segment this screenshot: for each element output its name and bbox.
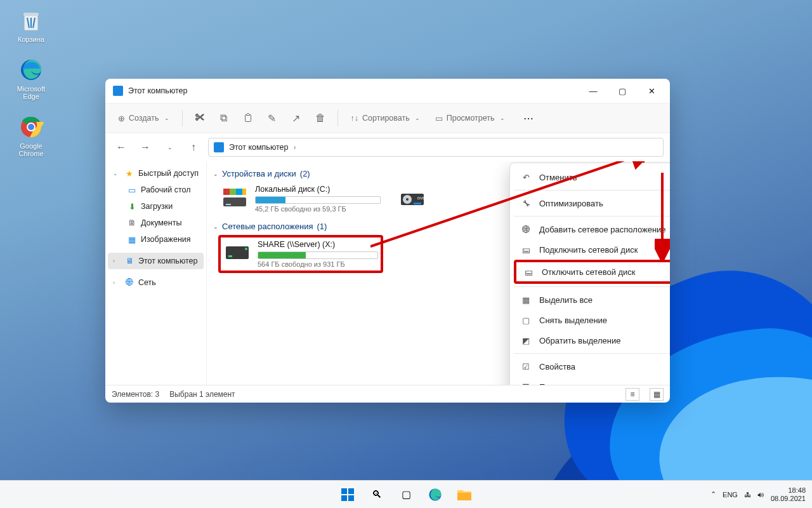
desktop-icon-edge[interactable]: Microsoft Edge: [9, 56, 53, 100]
create-button[interactable]: ⊕Создать⌄: [112, 108, 176, 128]
chevron-down-icon: ⌄: [167, 144, 173, 150]
sidebar-item-label: Этот компьютер: [138, 257, 197, 265]
start-button[interactable]: [335, 482, 360, 507]
more-options-menu: ↶Отменить 🔧︎Оптимизировать 🌐︎Добавить се…: [509, 163, 670, 385]
taskbar-explorer[interactable]: [452, 482, 477, 507]
explorer-window: Этот компьютер ― ▢ ✕ ⊕Создать⌄ ✀ ⧉ 📋︎ ✎ …: [105, 79, 670, 403]
desktop-icon-label: Корзина: [9, 36, 53, 43]
tray-time: 18:48: [788, 486, 806, 495]
globe-icon: 🌐︎: [520, 224, 532, 235]
menu-invert-selection[interactable]: ◩Обратить выделение: [514, 330, 670, 351]
download-icon: ⬇: [127, 201, 137, 211]
document-icon: 🗎: [127, 218, 137, 228]
toolbar: ⊕Создать⌄ ✀ ⧉ 📋︎ ✎ ↗ 🗑︎ ↑↓Сортировать⌄ ▭…: [105, 103, 670, 133]
sidebar-item-downloads[interactable]: ⬇Загрузки: [108, 198, 204, 215]
drive-name: SHARE (\\Server) (X:): [258, 240, 378, 249]
svg-rect-16: [414, 203, 421, 204]
nav-up[interactable]: ↑: [184, 138, 203, 157]
menu-add-network-location[interactable]: 🌐︎Добавить сетевое расположение: [514, 219, 670, 239]
chevron-down-icon: ⌄: [113, 170, 121, 177]
nav-recent[interactable]: ⌄: [160, 138, 179, 157]
drive-name: Локальный диск (C:): [255, 185, 381, 194]
network-icon[interactable]: 🖧︎: [744, 491, 751, 498]
cut-button[interactable]: ✀: [189, 108, 211, 128]
drive-network-share[interactable]: SHARE (\\Server) (X:) 564 ГБ свободно из…: [218, 235, 383, 273]
share-button[interactable]: ↗: [285, 108, 307, 128]
sidebar-item-network[interactable]: ›🌐︎Сеть: [108, 274, 204, 291]
taskbar-taskview[interactable]: ▢: [393, 482, 419, 507]
taskbar-center: 🔍︎ ▢: [335, 482, 477, 507]
group-count: (1): [317, 222, 327, 231]
delete-button[interactable]: 🗑︎: [310, 108, 331, 128]
paste-button[interactable]: 📋︎: [237, 108, 259, 128]
group-label: Сетевые расположения: [222, 222, 313, 231]
maximize-button[interactable]: ▢: [608, 81, 637, 101]
svg-rect-26: [348, 495, 354, 501]
tray-clock[interactable]: 18:48 08.09.2021: [771, 486, 806, 502]
undo-icon: ↶: [520, 171, 532, 183]
menu-select-all[interactable]: ▦Выделить все: [514, 290, 670, 310]
sort-button[interactable]: ↑↓Сортировать⌄: [344, 108, 426, 128]
desktop-icon-recycle[interactable]: Корзина: [9, 6, 53, 43]
nav-forward[interactable]: →: [136, 138, 155, 157]
create-label: Создать: [129, 114, 159, 123]
status-selection: Выбран 1 элемент: [169, 390, 235, 399]
drive-local-c[interactable]: Локальный диск (C:) 45,2 ГБ свободно из …: [218, 182, 383, 215]
svg-rect-7: [223, 189, 230, 195]
nav-back[interactable]: ←: [112, 138, 131, 157]
taskbar-edge[interactable]: [422, 482, 448, 507]
thispc-icon: [113, 86, 123, 96]
view-icon: ▭: [435, 114, 443, 123]
copy-button[interactable]: ⧉: [213, 108, 235, 128]
titlebar[interactable]: Этот компьютер ― ▢ ✕: [105, 79, 670, 103]
star-icon: ★: [124, 168, 134, 178]
svg-rect-25: [341, 495, 347, 501]
sidebar-item-desktop[interactable]: ▭Рабочий стол: [108, 182, 204, 198]
network-drive-icon: [223, 240, 251, 265]
close-button[interactable]: ✕: [637, 81, 666, 101]
view-mode-button[interactable]: ▭Просмотреть⌄: [429, 108, 511, 128]
menu-disconnect-network-drive[interactable]: 🖴︎Отключить сетевой диск: [514, 260, 670, 284]
edge-icon: [17, 56, 45, 84]
taskbar-search[interactable]: 🔍︎: [364, 482, 390, 507]
view-details-button[interactable]: ≡: [625, 388, 639, 401]
tray-date: 08.09.2021: [771, 495, 806, 503]
capacity-bar: [255, 196, 381, 204]
minimize-button[interactable]: ―: [579, 81, 608, 101]
sidebar-item-label: Сеть: [138, 278, 156, 287]
drive-free-text: 564 ГБ свободно из 931 ГБ: [258, 260, 378, 268]
menu-map-network-drive[interactable]: 🖴︎Подключить сетевой диск: [514, 239, 670, 260]
desktop-icon-chrome[interactable]: Google Chrome: [9, 113, 53, 157]
rename-button[interactable]: ✎: [261, 108, 283, 128]
breadcrumb[interactable]: Этот компьютер: [229, 143, 288, 152]
svg-rect-8: [230, 189, 236, 195]
chevron-right-icon: ›: [113, 279, 121, 286]
chevron-down-icon: ⌄: [500, 115, 505, 121]
connect-drive-icon: 🖴︎: [520, 244, 532, 255]
svg-rect-23: [341, 488, 347, 494]
sidebar-item-pictures[interactable]: ▦Изображения: [108, 231, 204, 248]
menu-select-none[interactable]: ▢Снять выделение: [514, 310, 670, 330]
sort-label: Сортировать: [362, 114, 410, 123]
menu-options[interactable]: ☰Параметры: [514, 377, 670, 385]
tray-chevron-icon[interactable]: ⌃: [710, 490, 716, 498]
menu-undo[interactable]: ↶Отменить: [514, 167, 670, 187]
plus-icon: ⊕: [118, 114, 125, 123]
wrench-icon: 🔧︎: [520, 197, 532, 209]
properties-icon: ☑: [520, 361, 532, 372]
volume-icon[interactable]: 🔊︎: [757, 491, 764, 498]
sidebar-item-label: Рабочий стол: [141, 185, 190, 194]
sidebar-item-documents[interactable]: 🗎Документы: [108, 215, 204, 231]
menu-properties[interactable]: ☑Свойства: [514, 356, 670, 377]
sidebar-item-thispc[interactable]: ›🖥︎Этот компьютер: [108, 253, 204, 269]
menu-optimize[interactable]: 🔧︎Оптимизировать: [514, 193, 670, 213]
tray-language[interactable]: ENG: [723, 491, 738, 498]
address-bar[interactable]: Этот компьютер ›: [208, 138, 664, 157]
status-item-count: Элементов: 3: [112, 390, 159, 399]
drive-dvd[interactable]: DVD: [396, 182, 440, 215]
window-title: Этот компьютер: [128, 86, 579, 95]
more-button[interactable]: ⋯: [518, 108, 539, 128]
system-tray[interactable]: ⌃ ENG 🖧︎ 🔊︎ 18:48 08.09.2021: [710, 486, 806, 502]
sidebar-item-quick[interactable]: ⌄★Быстрый доступ: [108, 165, 204, 182]
view-tiles-button[interactable]: ▦: [650, 388, 664, 401]
